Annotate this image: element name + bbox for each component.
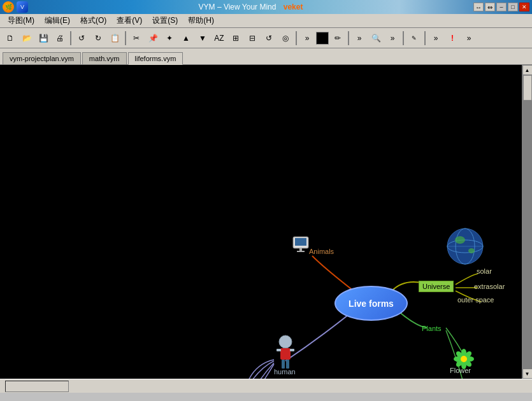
scroll-down-btn[interactable]: ▼: [522, 369, 533, 379]
target-btn[interactable]: ◎: [278, 31, 293, 46]
sep5: [403, 31, 404, 45]
svg-point-15: [461, 356, 467, 362]
more-btn1[interactable]: »: [299, 31, 315, 46]
menu-edit[interactable]: 编辑(E): [40, 14, 75, 27]
menu-diagram[interactable]: 导图(M): [3, 14, 40, 27]
sep3: [296, 31, 297, 45]
collapse-btn[interactable]: ⊟: [245, 31, 260, 46]
menu-settings[interactable]: 设置(S): [147, 14, 183, 27]
minimize-btn[interactable]: –: [496, 3, 507, 11]
scroll-track: [522, 75, 532, 369]
more-btn2[interactable]: »: [352, 31, 367, 46]
tab-projectplan[interactable]: vym-projectplan.vym: [3, 52, 81, 64]
statusbar: [0, 379, 532, 393]
main-canvas[interactable]: Live forms Animals Universe solar extras…: [0, 65, 532, 379]
window-controls[interactable]: ↔ ⇔ – □ ✕: [473, 3, 529, 11]
sep6: [424, 31, 426, 45]
animals-node[interactable]: Animals: [309, 248, 334, 255]
status-text: [5, 381, 69, 392]
special-btn[interactable]: ✦: [162, 31, 177, 46]
svg-rect-18: [282, 360, 285, 369]
svg-rect-21: [290, 349, 294, 351]
svg-point-16: [279, 335, 292, 348]
svg-rect-20: [277, 349, 281, 351]
new-btn[interactable]: 🗋: [3, 31, 18, 46]
maximize-btn[interactable]: □: [508, 3, 518, 11]
tab-lifeforms[interactable]: lifeforms.vym: [128, 52, 183, 65]
more-btn3[interactable]: »: [385, 31, 400, 46]
menu-help[interactable]: 帮助(H): [183, 14, 219, 27]
outer-space-node[interactable]: outer space: [457, 296, 494, 304]
more-btn4[interactable]: »: [428, 31, 443, 46]
svg-point-4: [455, 236, 465, 244]
plants-node[interactable]: Plants: [422, 325, 442, 332]
paste-btn[interactable]: 📌: [145, 31, 161, 46]
redo-btn[interactable]: ↻: [90, 31, 106, 46]
mindmap-svg: [0, 65, 522, 379]
toolbar: 🗋 📂 💾 🖨 ↺ ↻ 📋 ✂ 📌 ✦ ▲ ▼ AZ ⊞ ⊟ ↺ ◎ » ✏ »…: [0, 28, 532, 48]
print-btn[interactable]: 🖨: [52, 31, 68, 46]
scroll-up-btn[interactable]: ▲: [522, 65, 533, 75]
sep1: [70, 31, 71, 45]
veket-text: veket: [284, 3, 303, 11]
scroll-thumb[interactable]: [523, 75, 532, 101]
title-left: 🌿 V: [3, 1, 28, 13]
tabbar: vym-projectplan.vym math.vym lifeforms.v…: [0, 48, 532, 65]
svg-rect-25: [297, 251, 305, 252]
tray-btn2[interactable]: ⇔: [485, 3, 495, 11]
copy-btn[interactable]: 📋: [107, 31, 122, 46]
solar-node[interactable]: solar: [477, 267, 492, 275]
flower-node[interactable]: Flower: [450, 367, 471, 374]
svg-rect-24: [299, 248, 302, 251]
title-text: VYM – View Your Mind: [199, 3, 277, 11]
menu-view[interactable]: 查看(V): [111, 14, 147, 27]
vertical-scrollbar[interactable]: ▲ ▼: [522, 65, 532, 379]
tab-math[interactable]: math.vym: [82, 52, 127, 64]
human-node[interactable]: human: [274, 368, 296, 376]
svg-rect-19: [286, 360, 289, 369]
expand-btn[interactable]: ⊞: [228, 31, 243, 46]
close-btn[interactable]: ✕: [519, 3, 529, 11]
extrasolar-node[interactable]: extrasolar: [474, 283, 505, 290]
color-box[interactable]: [316, 32, 329, 45]
cut-btn[interactable]: ✂: [129, 31, 144, 46]
sep2: [125, 31, 126, 45]
app-icon2: V: [17, 1, 28, 13]
tray-btn1[interactable]: ↔: [473, 3, 484, 11]
down-btn[interactable]: ▼: [195, 31, 210, 46]
svg-rect-23: [295, 238, 306, 246]
titlebar: 🌿 V VYM – View Your Mind veket ↔ ⇔ – □ ✕: [0, 0, 532, 14]
save-btn[interactable]: 💾: [36, 31, 51, 46]
menubar: 导图(M) 编辑(E) 格式(O) 查看(V) 设置(S) 帮助(H): [0, 14, 532, 28]
sort-btn[interactable]: AZ: [212, 31, 227, 46]
search-btn[interactable]: 🔍: [368, 31, 384, 46]
warn-btn[interactable]: !: [445, 31, 460, 46]
rotate-btn[interactable]: ↺: [261, 31, 277, 46]
svg-rect-17: [280, 348, 291, 360]
open-btn[interactable]: 📂: [19, 31, 34, 46]
svg-point-5: [468, 248, 475, 253]
sep4: [348, 31, 349, 45]
window-title: VYM – View Your Mind veket: [28, 3, 473, 11]
pen-btn[interactable]: ✏: [330, 31, 345, 46]
app-icon: 🌿: [3, 1, 14, 13]
center-node-label: Live forms: [349, 299, 394, 309]
universe-node[interactable]: Universe: [419, 281, 454, 292]
note-btn[interactable]: ✎: [406, 31, 422, 46]
up-btn[interactable]: ▲: [178, 31, 194, 46]
menu-format[interactable]: 格式(O): [75, 14, 111, 27]
undo-btn[interactable]: ↺: [74, 31, 89, 46]
center-node[interactable]: Live forms: [334, 286, 408, 321]
more-btn5[interactable]: »: [461, 31, 477, 46]
